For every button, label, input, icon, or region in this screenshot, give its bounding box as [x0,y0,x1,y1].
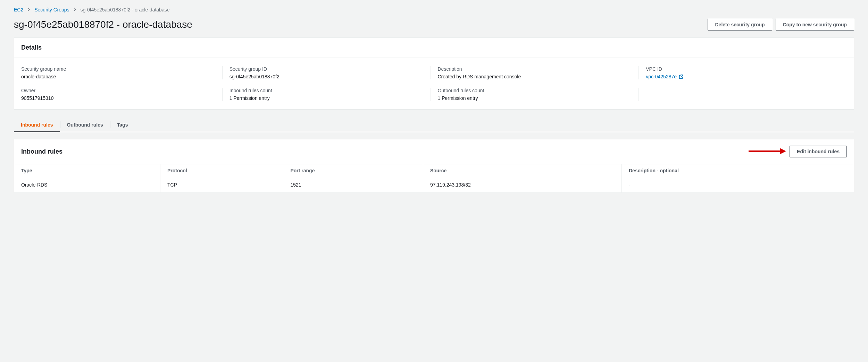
cell-source: 97.119.243.198/32 [423,177,621,193]
description-value: Created by RDS management console [438,74,632,79]
col-protocol[interactable]: Protocol [160,164,283,177]
chevron-right-icon [27,7,30,12]
cell-desc: - [621,177,854,193]
sg-id-value: sg-0f45e25ab018870f2 [229,74,424,79]
page-title: sg-0f45e25ab018870f2 - oracle-database [14,19,192,30]
cell-port: 1521 [283,177,423,193]
vpc-id-link[interactable]: vpc-0425287e [646,74,684,79]
tab-inbound-rules[interactable]: Inbound rules [14,118,60,132]
col-type[interactable]: Type [14,164,160,177]
external-link-icon [679,74,684,79]
breadcrumb-current: sg-0f45e25ab018870f2 - oracle-database [81,7,170,12]
breadcrumb-security-groups[interactable]: Security Groups [34,7,69,12]
chevron-right-icon [74,7,76,12]
sg-name-value: oracle-database [21,74,215,79]
details-panel: Details Security group name oracle-datab… [14,37,854,110]
description-label: Description [438,66,632,72]
outbound-count-label: Outbound rules count [438,88,632,93]
svg-marker-1 [780,148,786,154]
tabs: Inbound rules Outbound rules Tags [14,118,854,132]
tab-tags[interactable]: Tags [110,118,135,132]
vpc-id-value: vpc-0425287e [646,74,677,79]
delete-security-group-button[interactable]: Delete security group [708,19,772,31]
owner-label: Owner [21,88,215,93]
sg-name-label: Security group name [21,66,215,72]
inbound-count-value: 1 Permission entry [229,95,424,101]
inbound-rules-table: Type Protocol Port range Source Descript… [14,164,854,192]
col-source[interactable]: Source [423,164,621,177]
annotation-arrow-icon [748,147,786,156]
col-port-range[interactable]: Port range [283,164,423,177]
copy-security-group-button[interactable]: Copy to new security group [776,19,854,31]
sg-id-label: Security group ID [229,66,424,72]
tab-outbound-rules[interactable]: Outbound rules [60,118,110,132]
table-row: Oracle-RDS TCP 1521 97.119.243.198/32 - [14,177,854,193]
col-description[interactable]: Description - optional [621,164,854,177]
edit-inbound-rules-button[interactable]: Edit inbound rules [790,146,847,157]
cell-protocol: TCP [160,177,283,193]
breadcrumb: EC2 Security Groups sg-0f45e25ab018870f2… [14,7,854,12]
details-title: Details [21,44,42,51]
inbound-count-label: Inbound rules count [229,88,424,93]
outbound-count-value: 1 Permission entry [438,95,632,101]
breadcrumb-ec2[interactable]: EC2 [14,7,23,12]
owner-value: 905517915310 [21,95,215,101]
inbound-rules-title: Inbound rules [21,148,62,155]
cell-type: Oracle-RDS [14,177,160,193]
vpc-id-label: VPC ID [646,66,840,72]
inbound-rules-panel: Inbound rules Edit inbound rules Type Pr… [14,139,854,193]
